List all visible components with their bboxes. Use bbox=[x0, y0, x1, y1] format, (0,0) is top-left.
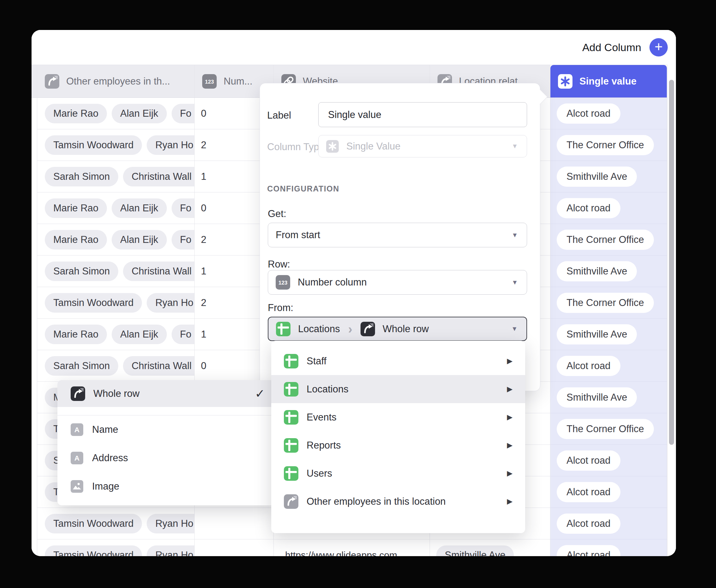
single-value-cell[interactable]: Smithville Ave bbox=[550, 161, 667, 192]
column-header-employees[interactable]: Other employees in th... bbox=[37, 65, 195, 98]
row-field-label: Row: bbox=[268, 259, 290, 270]
person-chip[interactable]: Christina Wall bbox=[123, 356, 194, 376]
person-chip[interactable]: Christina Wall bbox=[123, 167, 194, 186]
single-value-pill: Smithville Ave bbox=[557, 387, 637, 407]
person-chip[interactable]: Marie Rao bbox=[45, 104, 107, 123]
configuration-heading: CONFIGURATION bbox=[267, 184, 339, 193]
get-select[interactable]: From start ▼ bbox=[268, 223, 527, 247]
menu-item-image[interactable]: Image bbox=[57, 472, 274, 501]
single-value-cell[interactable]: Alcot road bbox=[550, 508, 667, 540]
single-value-cell[interactable]: Alcot road bbox=[550, 98, 667, 129]
person-chip[interactable]: Tamsin Woodward bbox=[45, 514, 142, 533]
person-chip[interactable]: Ryan Ho bbox=[147, 293, 195, 313]
person-chip[interactable]: Christina Wall bbox=[123, 261, 194, 281]
employees-cell[interactable]: Sarah SimonChristina Wall bbox=[37, 350, 195, 382]
person-chip[interactable]: Alan Eijk bbox=[112, 198, 167, 218]
number-cell[interactable] bbox=[195, 508, 274, 540]
person-chip[interactable]: Marie Rao bbox=[45, 324, 107, 344]
add-column-label[interactable]: Add Column bbox=[582, 41, 641, 54]
single-value-cell[interactable]: Alcot road bbox=[550, 445, 667, 476]
person-chip[interactable]: Tamsin Woodward bbox=[45, 135, 142, 155]
row-gutter-cell bbox=[31, 382, 37, 413]
single-value-cell[interactable]: Alcot road bbox=[550, 192, 667, 224]
single-value-cell[interactable]: Alcot road bbox=[550, 540, 667, 556]
person-chip[interactable]: Fo L bbox=[172, 230, 195, 250]
menu-item-label: Locations bbox=[307, 383, 349, 395]
menu-item-label: Address bbox=[92, 453, 128, 464]
caret-down-icon: ▼ bbox=[512, 143, 518, 150]
vertical-scrollbar[interactable] bbox=[667, 65, 676, 556]
single-value-cell[interactable]: Smithville Ave bbox=[550, 319, 667, 350]
person-chip[interactable]: Alan Eijk bbox=[112, 230, 167, 250]
person-chip[interactable]: Marie Rao bbox=[45, 198, 107, 218]
employees-cell[interactable]: Sarah SimonChristina Wall bbox=[37, 161, 195, 192]
row-select-value: Number column bbox=[298, 277, 367, 288]
column-picker-menu: Whole row✓ANameAAddressImage bbox=[57, 380, 274, 505]
employees-cell[interactable]: Tamsin WoodwardRyan Ho bbox=[37, 287, 195, 319]
person-chip[interactable]: Fo L bbox=[172, 324, 195, 344]
single-value-cell[interactable]: Smithville Ave bbox=[550, 382, 667, 413]
person-chip[interactable]: Sarah Simon bbox=[45, 356, 118, 376]
menu-item-whole-row[interactable]: Whole row✓ bbox=[57, 380, 274, 407]
submenu-arrow-icon: ▶ bbox=[507, 385, 512, 393]
number-cell[interactable] bbox=[195, 540, 274, 556]
menu-item-address[interactable]: AAddress bbox=[57, 444, 274, 472]
row-select[interactable]: 123 Number column ▼ bbox=[268, 270, 527, 295]
add-column-button[interactable]: + bbox=[650, 38, 668, 57]
menu-item-staff[interactable]: Staff▶ bbox=[271, 347, 525, 375]
svg-text:A: A bbox=[75, 426, 80, 434]
single-value-cell[interactable]: Alcot road bbox=[550, 476, 667, 508]
table-icon bbox=[284, 438, 298, 453]
person-chip[interactable]: Fo L bbox=[172, 104, 195, 123]
column-label-input[interactable] bbox=[318, 102, 527, 127]
row-gutter-cell bbox=[31, 98, 37, 129]
person-chip[interactable]: Ryan Ho bbox=[147, 135, 195, 155]
row-gutter-cell bbox=[31, 129, 37, 161]
employees-cell[interactable]: Marie RaoAlan EijkFo L bbox=[37, 192, 195, 224]
menu-item-events[interactable]: Events▶ bbox=[271, 403, 525, 431]
single-value-pill: Alcot road bbox=[557, 482, 620, 502]
location-chip[interactable]: Smithville Ave bbox=[436, 545, 514, 556]
location-cell[interactable]: Smithville Ave bbox=[430, 540, 550, 556]
person-chip[interactable]: Tamsin Woodward bbox=[45, 545, 142, 556]
column-header-label: Other employees in th... bbox=[66, 76, 170, 87]
single-value-cell[interactable]: The Corner Office bbox=[550, 287, 667, 319]
menu-item-users[interactable]: Users▶ bbox=[271, 459, 525, 487]
person-chip[interactable]: Ryan Ho bbox=[147, 514, 195, 533]
scrollbar-thumb[interactable] bbox=[669, 80, 674, 445]
single-value-cell[interactable]: Smithville Ave bbox=[550, 255, 667, 287]
menu-item-locations[interactable]: Locations▶ bbox=[271, 375, 525, 403]
person-chip[interactable]: Ryan Ho bbox=[147, 545, 195, 556]
menu-item-name[interactable]: AName bbox=[57, 416, 274, 444]
single-value-cell[interactable]: The Corner Office bbox=[550, 413, 667, 445]
column-header-gutter[interactable] bbox=[31, 65, 37, 98]
svg-text:A: A bbox=[75, 454, 80, 462]
person-chip[interactable]: Fo L bbox=[172, 198, 195, 218]
menu-item-other-employees-in-this-location[interactable]: Other employees in this location▶ bbox=[271, 487, 525, 516]
employees-cell[interactable]: Sarah SimonChristina Wall bbox=[37, 255, 195, 287]
website-cell[interactable]: https://www.glideapps.com bbox=[274, 540, 430, 556]
employees-cell[interactable]: Tamsin WoodwardRyan Ho bbox=[37, 508, 195, 540]
single-value-cell[interactable]: The Corner Office bbox=[550, 129, 667, 161]
single-value-pill: The Corner Office bbox=[557, 230, 654, 250]
employees-cell[interactable]: Tamsin WoodwardRyan Ho bbox=[37, 129, 195, 161]
employees-cell[interactable]: Tamsin WoodwardRyan Ho bbox=[37, 540, 195, 556]
employees-cell[interactable]: Marie RaoAlan EijkFo L bbox=[37, 98, 195, 129]
person-chip[interactable]: Sarah Simon bbox=[45, 261, 118, 281]
column-header-value[interactable]: Single value bbox=[550, 65, 667, 98]
column-type-select: Single Value ▼ bbox=[318, 135, 527, 158]
single-value-cell[interactable]: Alcot road bbox=[550, 350, 667, 382]
person-chip[interactable]: Tamsin Woodward bbox=[45, 293, 142, 313]
single-value-pill: Alcot road bbox=[557, 450, 620, 471]
employees-cell[interactable]: Marie RaoAlan EijkFo L bbox=[37, 224, 195, 255]
row-gutter-cell bbox=[31, 161, 37, 192]
single-value-cell[interactable]: The Corner Office bbox=[550, 224, 667, 255]
person-chip[interactable]: Alan Eijk bbox=[112, 324, 167, 344]
from-select[interactable]: Locations › Whole row ▼ bbox=[268, 317, 527, 341]
person-chip[interactable]: Alan Eijk bbox=[112, 104, 167, 123]
person-chip[interactable]: Marie Rao bbox=[45, 230, 107, 250]
employees-cell[interactable]: Marie RaoAlan EijkFo L bbox=[37, 319, 195, 350]
person-chip[interactable]: Sarah Simon bbox=[45, 167, 118, 186]
column-header-label: Single value bbox=[580, 76, 636, 87]
menu-item-reports[interactable]: Reports▶ bbox=[271, 431, 525, 459]
